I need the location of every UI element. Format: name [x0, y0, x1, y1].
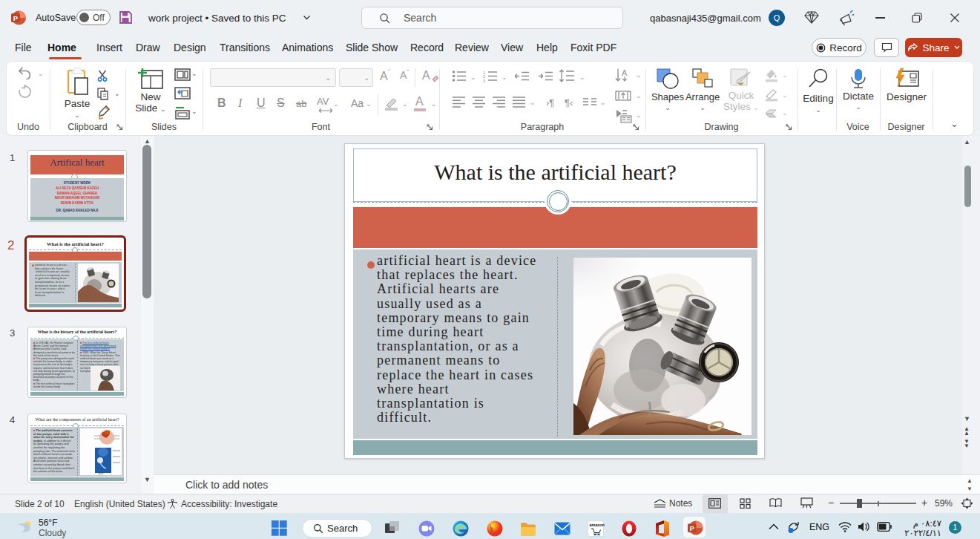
svg-text:A: A	[622, 68, 628, 77]
svg-text:P: P	[13, 14, 19, 22]
svg-text:figure: figure	[98, 472, 104, 475]
svg-text:3: 3	[483, 79, 485, 83]
svg-text:P: P	[690, 525, 694, 532]
